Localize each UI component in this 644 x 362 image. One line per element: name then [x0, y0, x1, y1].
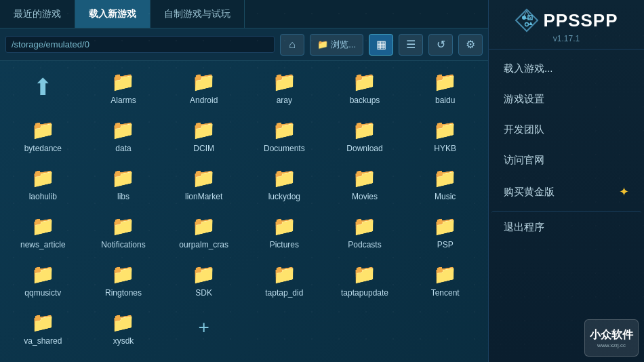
file-label: Movies	[352, 192, 378, 201]
file-label: Notifications	[101, 240, 145, 249]
folder-icon: 📁	[353, 71, 376, 93]
menu-label: 开发团队	[504, 123, 544, 136]
refresh-button[interactable]: ↺	[428, 34, 453, 56]
path-display: /storage/emulated/0	[5, 36, 275, 53]
file-item[interactable]: 📁Tencent	[405, 256, 485, 304]
watermark-sub: www.xzrj.cc	[597, 342, 626, 348]
file-item[interactable]: 📁lionMarket	[163, 160, 244, 208]
file-item[interactable]: 📁va_shared	[3, 304, 83, 353]
file-item[interactable]: 📁PSP	[405, 208, 485, 256]
folder-icon: 📁	[192, 215, 216, 237]
folder-icon: 📁	[273, 263, 296, 285]
browse-label: 浏览...	[331, 39, 356, 51]
file-item[interactable]: 📁xysdk	[83, 304, 164, 353]
file-item[interactable]: 📁qqmusictv	[3, 256, 83, 304]
file-label: data	[115, 144, 131, 153]
file-label: Podcasts	[348, 240, 381, 249]
grid-icon: ▦	[376, 38, 386, 51]
file-item[interactable]: 📁bytedance	[3, 112, 83, 160]
folder-icon: 📁	[111, 215, 135, 237]
file-label: qqmusictv	[24, 288, 61, 298]
file-item[interactable]: +	[163, 304, 244, 353]
file-item[interactable]: 📁luckydog	[244, 160, 325, 208]
settings-icon: ⚙	[466, 38, 475, 51]
right-menu-item-0[interactable]: 载入游戏...	[491, 54, 641, 83]
right-menu-item-2[interactable]: 开发团队	[491, 115, 641, 144]
file-item[interactable]: 📁Documents	[244, 112, 325, 160]
folder-icon: 📁	[192, 119, 216, 141]
folder-icon: 📁	[433, 167, 457, 189]
file-item[interactable]: 📁Pictures	[244, 208, 325, 256]
file-label: Music	[435, 192, 456, 201]
folder-icon: 📁	[353, 263, 376, 285]
list-view-button[interactable]: ☰	[399, 34, 423, 56]
file-label: ourpalm_cras	[179, 240, 228, 249]
file-label: taptap_did	[265, 288, 303, 298]
folder-icon: 📁	[273, 167, 296, 189]
up-dir-item[interactable]: ⬆	[3, 64, 83, 112]
right-menu-item-5[interactable]: 退出程序	[491, 211, 641, 242]
file-label: Ringtones	[105, 288, 142, 298]
toolbar: /storage/emulated/0 ⌂ 📁 浏览... ▦ ☰ ↺ ⚙	[0, 28, 488, 61]
file-item[interactable]: 📁Alarms	[83, 64, 164, 112]
tab-load-new[interactable]: 载入新游戏	[75, 0, 150, 28]
add-icon: +	[198, 317, 209, 338]
right-menu-item-3[interactable]: 访问官网	[491, 146, 641, 175]
file-item[interactable]: 📁Notifications	[83, 208, 164, 256]
file-item[interactable]: 📁news_article	[3, 208, 83, 256]
up-arrow-icon: ⬆	[33, 73, 52, 100]
folder-icon: 📁	[433, 119, 457, 141]
file-item[interactable]: 📁aray	[244, 64, 325, 112]
settings-button[interactable]: ⚙	[458, 34, 483, 56]
top-tabs: 最近的游戏 载入新游戏 自制游戏与试玩	[0, 0, 488, 28]
folder-icon: 📁	[273, 119, 296, 141]
right-menu-item-4[interactable]: 购买黄金版✦	[491, 176, 641, 207]
svg-point-2	[522, 16, 526, 20]
folder-icon: 📁	[433, 215, 457, 237]
file-label: SDK	[195, 288, 212, 298]
folder-icon: 📁	[273, 71, 296, 93]
file-item[interactable]: 📁HYKB	[405, 112, 485, 160]
right-menu: 载入游戏...游戏设置开发团队访问官网购买黄金版✦退出程序	[489, 49, 644, 362]
file-label: Documents	[264, 144, 305, 153]
home-button[interactable]: ⌂	[280, 34, 304, 56]
file-label: news_article	[20, 240, 66, 249]
tab-homebrew[interactable]: 自制游戏与试玩	[150, 0, 245, 28]
folder-icon: 📁	[111, 311, 135, 334]
file-label: Download	[346, 144, 382, 153]
file-item[interactable]: 📁Android	[163, 64, 244, 112]
file-item[interactable]: 📁laohulib	[3, 160, 83, 208]
folder-icon: 📁	[192, 71, 216, 93]
right-menu-item-1[interactable]: 游戏设置	[491, 85, 641, 114]
file-item[interactable]: 📁Download	[325, 112, 405, 160]
svg-marker-4	[529, 22, 533, 25]
file-item[interactable]: 📁ourpalm_cras	[163, 208, 244, 256]
menu-label: 载入游戏...	[504, 62, 553, 75]
file-label: laohulib	[29, 192, 57, 201]
file-item[interactable]: 📁baidu	[405, 64, 485, 112]
tab-recent[interactable]: 最近的游戏	[0, 0, 75, 28]
file-item[interactable]: 📁taptap_did	[244, 256, 325, 304]
file-item[interactable]: 📁taptapupdate	[325, 256, 405, 304]
file-item[interactable]: 📁libs	[83, 160, 164, 208]
menu-label: 游戏设置	[504, 93, 544, 106]
file-label: DCIM	[193, 144, 214, 153]
file-label: libs	[117, 192, 129, 201]
file-item[interactable]: 📁Podcasts	[325, 208, 405, 256]
folder-icon: 📁	[433, 71, 457, 93]
file-item[interactable]: 📁Ringtones	[83, 256, 164, 304]
grid-view-button[interactable]: ▦	[369, 34, 393, 56]
file-label: taptapupdate	[341, 288, 388, 298]
file-item[interactable]: 📁DCIM	[163, 112, 244, 160]
file-item[interactable]: 📁SDK	[163, 256, 244, 304]
file-label: Android	[190, 96, 218, 105]
folder-icon: 📁	[31, 215, 55, 237]
file-item[interactable]: 📁data	[83, 112, 164, 160]
file-label: Alarms	[110, 96, 136, 105]
browse-button[interactable]: 📁 浏览...	[310, 34, 363, 56]
file-label: Tencent	[431, 288, 460, 298]
file-item[interactable]: 📁backups	[325, 64, 405, 112]
file-item[interactable]: 📁Music	[405, 160, 485, 208]
psp-logo-icon	[515, 8, 539, 33]
file-item[interactable]: 📁Movies	[325, 160, 405, 208]
